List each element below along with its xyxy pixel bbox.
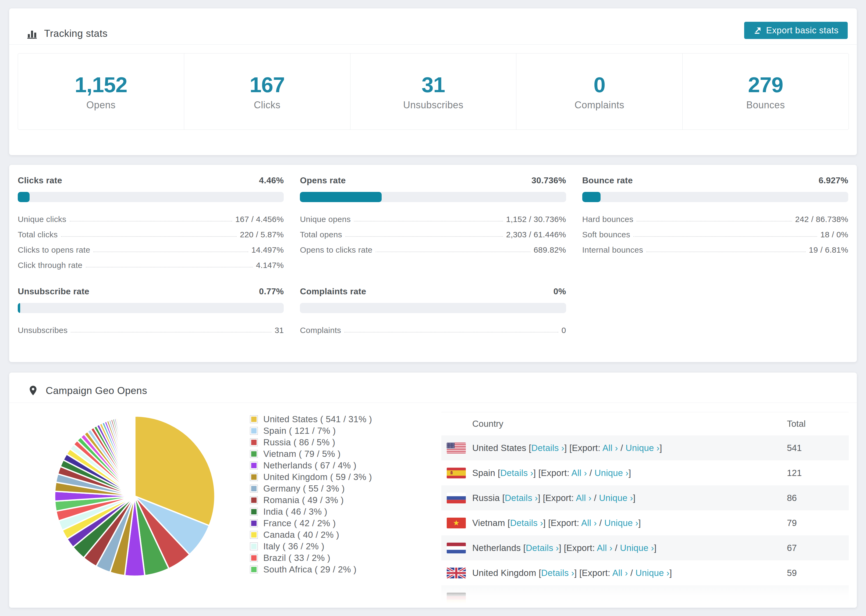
geo-section-title: Campaign Geo Opens [46, 385, 147, 396]
metric-label: Unique clicks [18, 215, 66, 224]
stat-label: Clicks [254, 99, 280, 111]
legend-item[interactable]: United Kingdom ( 59 / 3% ) [250, 471, 372, 483]
export-label: Export: [572, 443, 600, 453]
legend-item[interactable]: Germany ( 55 / 3% ) [250, 483, 372, 494]
legend-label: South Africa ( 29 / 2% ) [263, 564, 357, 575]
legend-color-swatch [250, 554, 258, 562]
dotted-leader [354, 221, 503, 222]
country-column-header: Country [472, 419, 787, 429]
dotted-leader [70, 221, 232, 222]
page-title: Tracking stats [44, 28, 107, 39]
details-link[interactable]: Details › [500, 468, 533, 478]
country-name: Vietnam [472, 518, 505, 528]
legend-item[interactable]: Spain ( 121 / 7% ) [250, 425, 372, 437]
progress-bar-fill [300, 192, 382, 202]
export-label: Export: [545, 493, 574, 503]
rate-block-bounce-rate: Bounce rate 6.927% Hard bounces 242 / 86… [582, 176, 848, 270]
metric-label: Unsubscribes [18, 326, 68, 335]
flag-ru-icon [447, 493, 466, 503]
campaign-geo-opens-card: Campaign Geo Opens United States ( 541 /… [9, 372, 857, 608]
legend-label: Italy ( 36 / 2% ) [263, 541, 324, 552]
export-unique-link[interactable]: Unique › [599, 493, 633, 503]
export-unique-link[interactable]: Unique › [595, 468, 628, 478]
metric-row: Opens to clicks rate 689.82% [300, 239, 566, 255]
details-link[interactable]: Details › [505, 493, 538, 503]
export-all-link[interactable]: All › [602, 443, 618, 453]
legend-item[interactable]: France ( 42 / 2% ) [250, 517, 372, 529]
tracking-stats-header: Tracking stats Export basic stats [9, 8, 857, 44]
export-basic-stats-button[interactable]: Export basic stats [744, 22, 848, 39]
legend-item[interactable]: Canada ( 40 / 2% ) [250, 529, 372, 541]
table-row-russia: Russia [Details ›] [Export: All › / Uniq… [441, 486, 849, 511]
export-unique-link[interactable]: Unique › [620, 543, 654, 553]
legend-item[interactable]: Russia ( 86 / 5% ) [250, 437, 372, 448]
details-link[interactable]: Details › [526, 543, 559, 553]
export-all-link[interactable]: All › [576, 493, 591, 503]
metric-row: Unsubscribes 31 [18, 319, 284, 335]
progress-bar [18, 303, 284, 313]
export-unique-link[interactable]: Unique › [636, 568, 669, 578]
total-cell: 541 [787, 443, 849, 453]
legend-label: Russia ( 86 / 5% ) [263, 437, 335, 448]
legend-label: Vietnam ( 79 / 5% ) [263, 449, 341, 459]
rate-block-unsubscribe-rate: Unsubscribe rate 0.77% Unsubscribes 31 [18, 286, 284, 335]
table-row-netherlands: Netherlands [Details ›] [Export: All › /… [441, 535, 849, 560]
export-all-link[interactable]: All › [572, 468, 587, 478]
rate-block-opens-rate: Opens rate 30.736% Unique opens 1,152 / … [300, 176, 566, 270]
geo-content: United States ( 541 / 31% ) Spain ( 121 … [9, 402, 857, 608]
legend-item[interactable]: Brazil ( 33 / 2% ) [250, 552, 372, 564]
export-all-link[interactable]: All › [612, 568, 628, 578]
flag-vn-icon [447, 518, 466, 528]
rate-title: Complaints rate [300, 286, 366, 297]
legend-item[interactable]: United States ( 541 / 31% ) [250, 413, 372, 425]
legend-color-swatch [250, 519, 258, 527]
details-link[interactable]: Details › [541, 568, 574, 578]
dotted-leader [61, 236, 237, 237]
export-label: Export: [582, 568, 610, 578]
export-unique-link[interactable]: Unique › [604, 518, 638, 528]
bar-chart-icon [26, 28, 38, 39]
legend-item[interactable]: India ( 46 / 3% ) [250, 506, 372, 517]
legend-color-swatch [250, 496, 258, 504]
stat-cell-opens: 1,152 Opens [18, 53, 184, 130]
stat-value: 1,152 [75, 72, 127, 97]
metric-label: Internal bounces [582, 245, 643, 255]
divider [9, 44, 857, 45]
export-all-link[interactable]: All › [581, 518, 597, 528]
metric-value: 31 [275, 326, 284, 335]
flag-es-icon [447, 468, 466, 478]
export-label: Export: [567, 543, 595, 553]
metric-label: Total clicks [18, 230, 58, 239]
legend-item[interactable]: South Africa ( 29 / 2% ) [250, 564, 372, 575]
country-name: United Kingdom [472, 568, 536, 578]
legend-item[interactable]: Italy ( 36 / 2% ) [250, 541, 372, 552]
legend-label: Canada ( 40 / 2% ) [263, 530, 339, 540]
country-cell: Netherlands [Details ›] [Export: All › /… [472, 543, 787, 553]
export-unique-link[interactable]: Unique › [625, 443, 660, 453]
country-cell: Spain [Details ›] [Export: All › / Uniqu… [472, 468, 787, 478]
metric-value: 2,303 / 61.446% [506, 230, 566, 239]
metric-value: 167 / 4.456% [235, 215, 284, 224]
rate-title: Unsubscribe rate [18, 286, 89, 297]
export-all-link[interactable]: All › [597, 543, 612, 553]
total-cell: 67 [787, 543, 849, 553]
metric-value: 220 / 5.87% [240, 230, 284, 239]
dotted-leader [344, 332, 558, 332]
legend-color-swatch [250, 542, 258, 550]
progress-bar [18, 192, 284, 202]
metric-label: Complaints [300, 326, 341, 335]
stat-cell-bounces: 279 Bounces [683, 53, 849, 130]
legend-item[interactable]: Romania ( 49 / 3% ) [250, 494, 372, 506]
legend-item[interactable]: Netherlands ( 67 / 4% ) [250, 460, 372, 471]
stat-cell-unsubscribes: 31 Unsubscribes [350, 53, 516, 130]
metric-row: Total opens 2,303 / 61.446% [300, 224, 566, 239]
details-link[interactable]: Details › [531, 443, 564, 453]
rate-value: 6.927% [819, 176, 848, 185]
country-cell: Vietnam [Details ›] [Export: All › / Uni… [472, 518, 787, 528]
rates-card: Clicks rate 4.46% Unique clicks 167 / 4.… [9, 165, 857, 362]
rate-value: 0.77% [259, 286, 284, 297]
legend-item[interactable]: Vietnam ( 79 / 5% ) [250, 448, 372, 460]
metric-row: Complaints 0 [300, 319, 566, 335]
stat-value: 167 [250, 72, 285, 97]
details-link[interactable]: Details › [510, 518, 543, 528]
